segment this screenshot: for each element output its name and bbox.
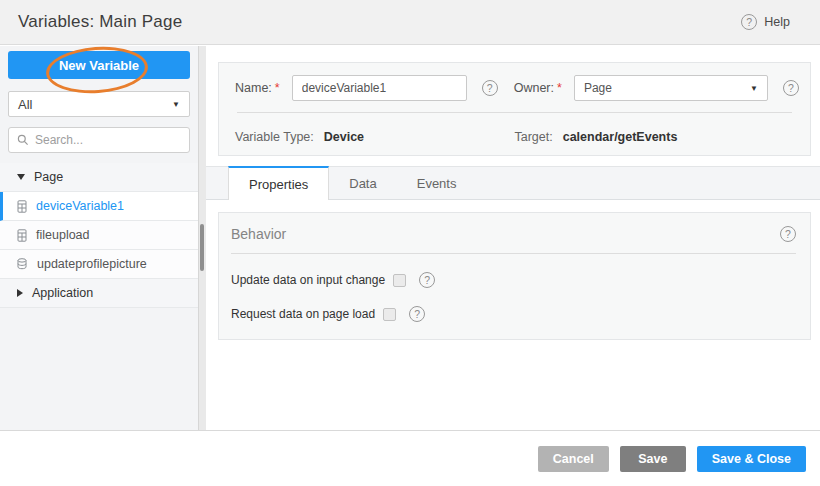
footer-actions: Cancel Save Save & Close [0, 430, 820, 486]
name-label: Name: [235, 81, 272, 95]
required-marker: * [557, 81, 562, 95]
owner-help-icon[interactable] [783, 80, 799, 96]
variables-tree: Page deviceVariable1 [0, 163, 198, 308]
help-label: Help [764, 15, 790, 29]
tree-item-updateprofilepicture[interactable]: updateprofilepicture [0, 250, 198, 279]
variable-type-value: Device [324, 130, 364, 144]
variable-summary-panel: Name: * Owner: * Page ▼ Variable Typ [218, 62, 811, 156]
sidebar: New Variable All ▼ Page [0, 46, 206, 430]
target-group: Target: calendar/getEvents [515, 130, 678, 144]
tree-group-label: Page [34, 170, 63, 184]
tree-item-fileupload[interactable]: fileupload [0, 221, 198, 250]
panel-divider [237, 112, 792, 113]
owner-select[interactable]: Page ▼ [574, 75, 768, 101]
variable-type-label: Variable Type: [235, 130, 314, 144]
tree-item-devicevariable1[interactable]: deviceVariable1 [0, 192, 198, 221]
chevron-down-icon: ▼ [172, 100, 180, 109]
tree-item-label: updateprofilepicture [37, 257, 147, 271]
main-content: Name: * Owner: * Page ▼ Variable Typ [206, 46, 820, 430]
sidebar-scrollbar[interactable] [199, 46, 206, 430]
device-variable-icon [17, 229, 27, 242]
help-button[interactable]: Help [741, 14, 790, 30]
target-label: Target: [515, 130, 553, 144]
tree-group-application[interactable]: Application [0, 279, 198, 308]
caret-right-icon [17, 289, 23, 297]
page-title: Variables: Main Page [18, 12, 182, 32]
behavior-panel: Behavior Update data on input change Req… [218, 212, 811, 340]
tab-label: Properties [249, 177, 308, 192]
search-icon [17, 134, 29, 146]
sidebar-inner: New Variable All ▼ Page [0, 46, 199, 430]
tab-label: Events [417, 176, 457, 191]
name-input[interactable] [292, 75, 467, 101]
required-marker: * [275, 81, 280, 95]
update-data-label: Update data on input change [231, 273, 385, 287]
request-data-label: Request data on page load [231, 307, 375, 321]
tree-group-label: Application [32, 286, 93, 300]
tab-strip: Properties Data Events [206, 166, 820, 200]
name-owner-row: Name: * Owner: * Page ▼ [235, 73, 794, 103]
tab-events[interactable]: Events [397, 167, 477, 199]
tree-group-page[interactable]: Page [0, 163, 198, 192]
request-data-option-row: Request data on page load [229, 306, 798, 322]
sidebar-scrollbar-thumb[interactable] [200, 224, 204, 271]
owner-group: Owner: * Page ▼ [514, 75, 799, 101]
behavior-header: Behavior [229, 224, 798, 242]
tab-label: Data [349, 176, 376, 191]
filter-selected-value: All [18, 97, 32, 112]
request-data-checkbox[interactable] [383, 308, 396, 321]
cancel-button[interactable]: Cancel [538, 446, 609, 472]
title-bar: Variables: Main Page Help [0, 0, 820, 45]
variable-meta-row: Variable Type: Device Target: calendar/g… [235, 130, 794, 144]
variables-dialog: Variables: Main Page Help New Variable A… [0, 0, 820, 486]
behavior-help-icon[interactable] [780, 226, 796, 242]
service-variable-icon [17, 258, 28, 270]
tab-properties[interactable]: Properties [228, 166, 329, 200]
save-button[interactable]: Save [620, 446, 686, 472]
owner-selected-value: Page [584, 81, 612, 95]
chevron-down-icon: ▼ [750, 84, 758, 93]
search-box[interactable] [8, 127, 190, 153]
tree-item-label: fileupload [36, 228, 90, 242]
update-data-checkbox[interactable] [393, 274, 406, 287]
tree-item-label: deviceVariable1 [36, 199, 124, 213]
new-variable-button[interactable]: New Variable [8, 51, 190, 79]
search-input[interactable] [35, 133, 181, 147]
caret-down-icon [17, 174, 25, 180]
help-icon [741, 14, 757, 30]
name-help-icon[interactable] [482, 80, 498, 96]
owner-label: Owner: [514, 81, 554, 95]
variable-filter-select[interactable]: All ▼ [8, 91, 190, 117]
variable-type-group: Variable Type: Device [235, 130, 515, 144]
target-value: calendar/getEvents [563, 130, 678, 144]
save-and-close-button[interactable]: Save & Close [697, 446, 806, 472]
tab-data[interactable]: Data [329, 167, 396, 199]
update-data-help-icon[interactable] [419, 272, 435, 288]
behavior-divider [231, 253, 796, 254]
request-data-help-icon[interactable] [409, 306, 425, 322]
device-variable-icon [17, 200, 27, 213]
behavior-title: Behavior [231, 226, 286, 242]
update-data-option-row: Update data on input change [229, 272, 798, 288]
